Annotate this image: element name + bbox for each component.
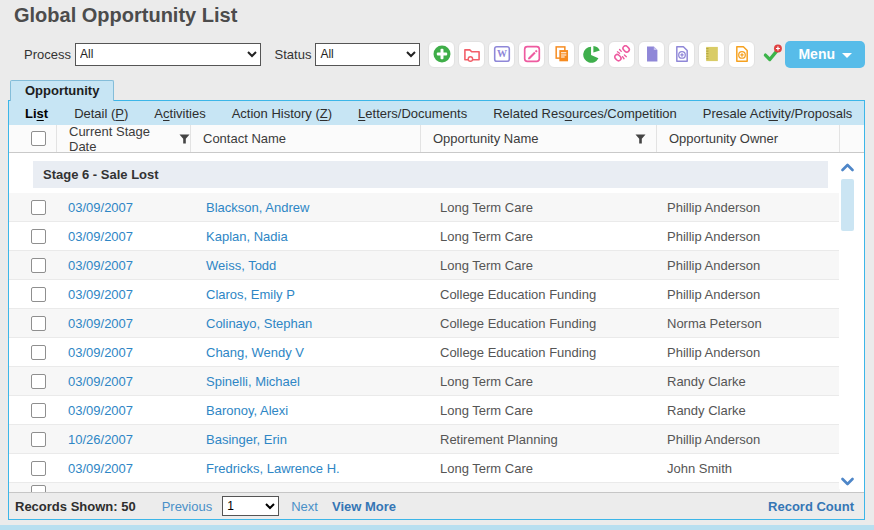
stage-date-link[interactable]: 03/09/2007 — [68, 229, 133, 244]
global-opportunity-list-window: Global Opportunity List Process All Stat… — [0, 0, 874, 530]
stage-date-link[interactable]: 03/09/2007 — [68, 287, 133, 302]
stage-date-link[interactable]: 03/09/2007 — [68, 374, 133, 389]
edit-note-button[interactable] — [518, 41, 545, 68]
edit-note-icon — [523, 45, 541, 63]
contact-name-link[interactable]: Baronoy, Alexi — [206, 403, 288, 418]
table-row: 10/26/2007 Basinger, Erin Retirement Pla… — [9, 425, 840, 454]
group-header: Stage 6 - Sale Lost — [33, 161, 828, 188]
subtab-activities[interactable]: Activities — [154, 106, 205, 121]
contact-name-link[interactable]: Spinelli, Michael — [206, 374, 300, 389]
filter-icon[interactable] — [635, 134, 646, 144]
column-header-opportunity-name: Opportunity Name — [433, 131, 539, 146]
row-checkbox[interactable] — [31, 461, 46, 476]
stage-date-link[interactable]: 03/09/2007 — [68, 345, 133, 360]
approve-button[interactable] — [758, 41, 785, 68]
row-checkbox[interactable] — [31, 403, 46, 418]
add-button[interactable] — [428, 41, 455, 68]
add-document-icon — [673, 45, 691, 63]
word-document-icon: W — [493, 45, 511, 63]
opportunity-name: Long Term Care — [421, 193, 657, 221]
row-checkbox[interactable] — [31, 485, 46, 493]
menu-button[interactable]: Menu — [785, 41, 865, 68]
contact-name-link[interactable]: Weiss, Todd — [206, 258, 276, 273]
subtab-presale-activity-proposals[interactable]: Presale Activity/Proposals — [703, 106, 853, 121]
subtab-letters-documents[interactable]: Letters/Documents — [358, 106, 467, 121]
row-checkbox[interactable] — [31, 316, 46, 331]
table-header: Current Stage Date Contact Name Opportun… — [9, 125, 864, 153]
add-icon — [433, 45, 451, 63]
subtab-detail-p[interactable]: Detail (P) — [74, 106, 128, 121]
svg-text:W: W — [497, 48, 507, 59]
vertical-scrollbar[interactable] — [839, 159, 856, 489]
row-checkbox[interactable] — [31, 229, 46, 244]
document-button[interactable] — [638, 41, 665, 68]
subtab-list[interactable]: List — [25, 106, 48, 121]
add-document-button[interactable] — [668, 41, 695, 68]
stage-date-link[interactable]: 03/09/2007 — [68, 461, 133, 476]
opportunity-name: College Education Funding — [421, 309, 657, 337]
opportunity-owner: Randy Clarke — [657, 367, 840, 395]
contact-name-link[interactable]: Blackson, Andrew — [206, 200, 309, 215]
filter-icon[interactable] — [179, 134, 190, 144]
table-row: 03/09/2007 Fredricks, Lawrence H. Long T… — [9, 454, 840, 483]
scroll-down-button[interactable] — [839, 473, 856, 489]
view-more-link[interactable]: View More — [332, 499, 396, 514]
previous-link[interactable]: Previous — [162, 499, 213, 514]
document-icon — [643, 45, 661, 63]
notepad-icon — [703, 45, 721, 63]
contact-name-link[interactable]: Claros, Emily P — [206, 287, 295, 302]
status-select[interactable]: All — [315, 43, 420, 66]
row-checkbox[interactable] — [31, 432, 46, 447]
tab-opportunity[interactable]: Opportunity — [10, 80, 114, 101]
stage-date-link[interactable]: 03/09/2007 — [68, 316, 133, 331]
opportunity-name: Long Term Care — [421, 222, 657, 250]
import-document-button[interactable] — [728, 41, 755, 68]
opportunity-owner: Phillip Anderson — [657, 280, 840, 308]
folder-record-button[interactable] — [458, 41, 485, 68]
table-row: 03/09/2007 Colinayo, Stephan College Edu… — [9, 309, 840, 338]
contact-name-link[interactable]: Basinger, Erin — [206, 432, 287, 447]
contact-name-link[interactable]: Fredricks, Lawrence H. — [206, 461, 340, 476]
copy-documents-button[interactable] — [548, 41, 575, 68]
table-row: 03/09/2007 Spinelli, Michael Long Term C… — [9, 367, 840, 396]
opportunity-owner: John Smith — [657, 454, 840, 482]
stage-date-link[interactable]: 03/09/2007 — [68, 200, 133, 215]
contact-name-link[interactable]: Colinayo, Stephan — [206, 316, 312, 331]
pie-chart-button[interactable] — [578, 41, 605, 68]
row-checkbox[interactable] — [31, 374, 46, 389]
next-link[interactable]: Next — [291, 499, 318, 514]
contact-name-link[interactable]: Kaplan, Nadia — [206, 229, 288, 244]
opportunity-owner — [657, 483, 840, 492]
copy-documents-icon — [553, 45, 571, 63]
opportunity-name: College Education Funding — [421, 280, 657, 308]
page-select[interactable]: 1 — [222, 496, 279, 516]
row-checkbox[interactable] — [31, 345, 46, 360]
scrollbar-thumb[interactable] — [841, 179, 854, 231]
page-title: Global Opportunity List — [14, 4, 237, 27]
contact-name-link[interactable]: Chang, Wendy V — [206, 345, 304, 360]
broken-link-button[interactable] — [608, 41, 635, 68]
stage-date-link[interactable]: 03/09/2007 — [68, 403, 133, 418]
process-select[interactable]: All — [75, 43, 261, 66]
table-row: 03/09/2007 Chang, Wendy V College Educat… — [9, 338, 840, 367]
stage-date-link[interactable]: 10/26/2007 — [68, 432, 133, 447]
table-row: 03/09/2007 Blackson, Andrew Long Term Ca… — [9, 193, 840, 222]
opportunity-name: College Education Funding — [421, 338, 657, 366]
chevron-down-icon — [841, 477, 854, 486]
notepad-button[interactable] — [698, 41, 725, 68]
row-checkbox[interactable] — [31, 287, 46, 302]
toolbar-icons: W — [428, 41, 785, 68]
subtab-action-history-z[interactable]: Action History (Z) — [232, 106, 332, 121]
table-row: 03/09/2007 Kaplan, Nadia Long Term Care … — [9, 222, 840, 251]
row-checkbox[interactable] — [31, 200, 46, 215]
stage-date-link[interactable]: 03/09/2007 — [68, 258, 133, 273]
word-document-button[interactable]: W — [488, 41, 515, 68]
opportunity-name: Long Term Care — [421, 251, 657, 279]
select-all-checkbox[interactable] — [31, 131, 46, 146]
scroll-up-button[interactable] — [839, 159, 856, 175]
subtab-related-resources-competition[interactable]: Related Resources/Competition — [493, 106, 677, 121]
row-checkbox[interactable] — [31, 258, 46, 273]
chevron-down-icon — [842, 53, 852, 58]
record-count-link[interactable]: Record Count — [768, 499, 854, 514]
opportunity-panel: ListDetail (P)ActivitiesAction History (… — [8, 100, 865, 520]
